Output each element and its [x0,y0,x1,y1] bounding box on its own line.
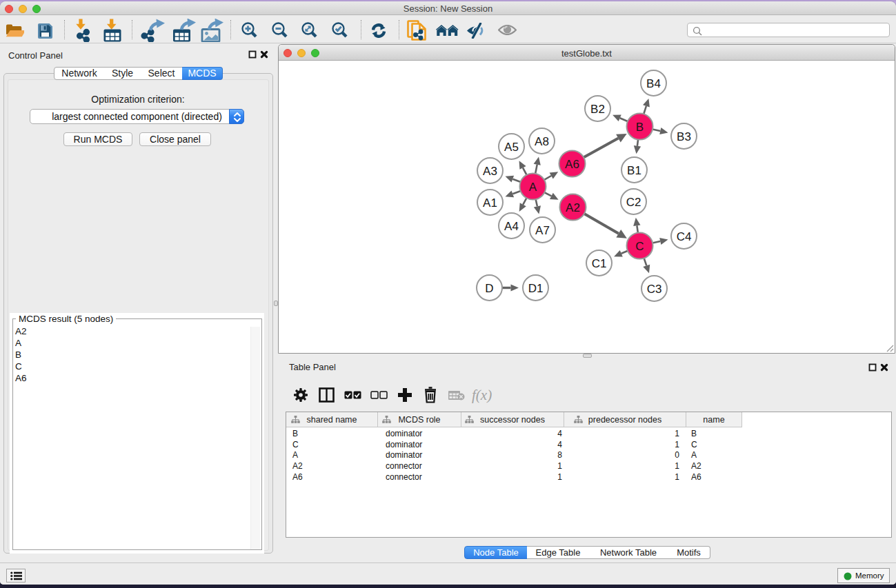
svg-text:A2: A2 [566,201,580,214]
svg-text:A4: A4 [504,220,519,233]
svg-text:A8: A8 [535,135,549,148]
svg-text:A: A [529,181,537,194]
svg-text:B1: B1 [627,164,641,177]
svg-text:A3: A3 [483,165,497,178]
svg-text:B: B [636,121,644,134]
svg-text:C: C [635,240,644,253]
svg-text:D1: D1 [528,282,544,295]
svg-text:B2: B2 [590,103,605,116]
svg-text:C3: C3 [647,283,662,296]
svg-text:C1: C1 [592,257,607,270]
svg-text:D: D [485,282,493,295]
svg-text:B3: B3 [677,130,691,143]
svg-text:A7: A7 [535,224,550,237]
svg-text:C2: C2 [626,196,641,209]
svg-text:A1: A1 [483,196,497,210]
svg-text:B4: B4 [646,77,661,90]
svg-text:A5: A5 [504,141,519,154]
svg-text:C4: C4 [677,230,692,243]
svg-text:A6: A6 [565,158,579,171]
